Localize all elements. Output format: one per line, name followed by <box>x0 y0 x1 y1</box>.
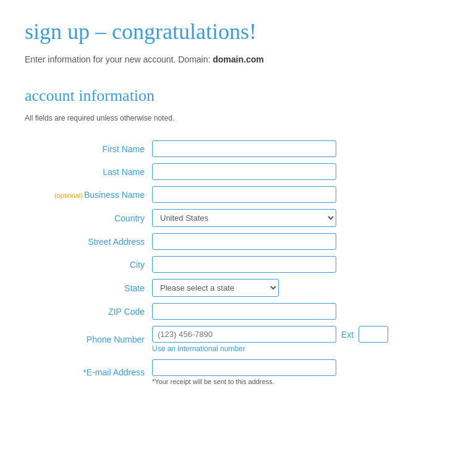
street-address-cell <box>148 230 451 253</box>
city-input[interactable] <box>152 256 336 273</box>
subtitle-text: Enter information for your new account. … <box>25 54 210 64</box>
phone-row: Phone Number Ext Use an international nu… <box>25 323 451 356</box>
country-select[interactable]: United States Canada United Kingdom Aust… <box>152 209 336 227</box>
business-name-input[interactable] <box>152 186 336 203</box>
required-note: All fields are required unless otherwise… <box>25 114 451 122</box>
last-name-input[interactable] <box>152 163 336 180</box>
receipt-note: *Your receipt will be sent to this addre… <box>152 378 448 385</box>
city-row: City <box>25 253 451 276</box>
first-name-input[interactable] <box>152 140 336 157</box>
business-name-label: (optional)Business Name <box>25 183 148 206</box>
state-cell: Please select a state Alabama Alaska Ari… <box>148 276 451 300</box>
state-select[interactable]: Please select a state Alabama Alaska Ari… <box>152 279 279 297</box>
city-cell <box>148 253 451 276</box>
account-form: First Name Last Name (optional)Business … <box>25 137 451 388</box>
state-label: State <box>25 276 148 300</box>
zip-cell <box>148 300 451 323</box>
last-name-row: Last Name <box>25 160 451 183</box>
zip-input[interactable] <box>152 303 336 320</box>
business-label-text: Business Name <box>84 190 145 200</box>
street-address-row: Street Address <box>25 230 451 253</box>
business-name-row: (optional)Business Name <box>25 183 451 206</box>
phone-row-container: Ext <box>152 326 448 343</box>
intl-number-link[interactable]: Use an international number <box>152 344 448 353</box>
country-cell: United States Canada United Kingdom Aust… <box>148 206 451 230</box>
phone-cell: Ext Use an international number <box>148 323 451 356</box>
street-address-input[interactable] <box>152 233 336 250</box>
email-label: *E-mail Address <box>25 356 148 388</box>
optional-tag: (optional) <box>54 192 83 199</box>
state-row: State Please select a state Alabama Alas… <box>25 276 451 300</box>
ext-input[interactable] <box>359 326 388 343</box>
phone-label: Phone Number <box>25 323 148 356</box>
first-name-label: First Name <box>25 137 148 160</box>
country-row: Country United States Canada United King… <box>25 206 451 230</box>
business-name-cell <box>148 183 451 206</box>
first-name-cell <box>148 137 451 160</box>
domain-name: domain.com <box>213 54 263 64</box>
city-label: City <box>25 253 148 276</box>
last-name-cell <box>148 160 451 183</box>
ext-label: Ext <box>341 330 354 340</box>
first-name-row: First Name <box>25 137 451 160</box>
subtitle: Enter information for your new account. … <box>25 54 451 64</box>
country-label: Country <box>25 206 148 230</box>
street-address-label: Street Address <box>25 230 148 253</box>
email-input[interactable] <box>152 359 336 376</box>
zip-row: ZIP Code <box>25 300 451 323</box>
email-row: *E-mail Address *Your receipt will be se… <box>25 356 451 388</box>
phone-input[interactable] <box>152 326 336 343</box>
email-cell: *Your receipt will be sent to this addre… <box>148 356 451 388</box>
section-title: account information <box>25 87 451 105</box>
zip-label: ZIP Code <box>25 300 148 323</box>
last-name-label: Last Name <box>25 160 148 183</box>
page-title: sign up – congratulations! <box>25 19 451 45</box>
